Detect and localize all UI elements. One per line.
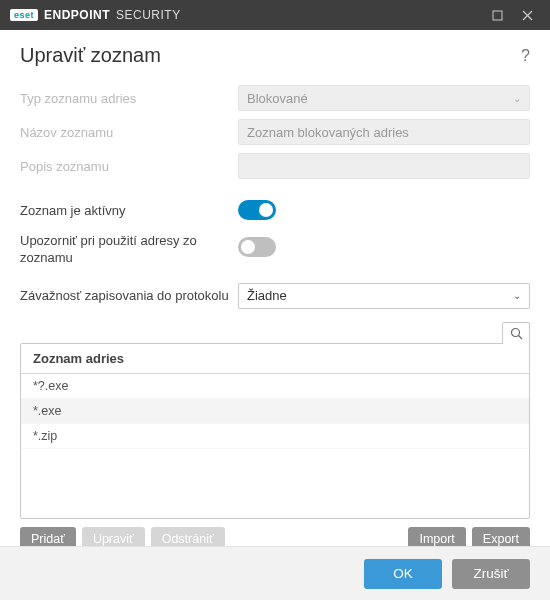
brand: eset ENDPOINT SECURITY [10, 8, 181, 22]
chevron-down-icon: ⌄ [513, 290, 521, 301]
severity-value: Žiadne [247, 288, 287, 303]
svg-rect-0 [493, 11, 502, 20]
brand-product-strong: ENDPOINT [44, 8, 110, 22]
maximize-icon [492, 10, 503, 21]
table-row[interactable]: *.exe [21, 399, 529, 424]
table-row[interactable]: *.zip [21, 424, 529, 449]
list-name-input: Zoznam blokovaných adries [238, 119, 530, 145]
svg-line-4 [518, 335, 522, 339]
ok-button[interactable]: OK [364, 559, 442, 589]
window-close-button[interactable] [512, 0, 542, 30]
table-header: Zoznam adries [21, 344, 529, 374]
list-name-value: Zoznam blokovaných adries [247, 125, 409, 140]
list-desc-input [238, 153, 530, 179]
list-name-label: Názov zoznamu [20, 125, 238, 140]
list-type-label: Typ zoznamu adries [20, 91, 238, 106]
list-desc-label: Popis zoznamu [20, 159, 238, 174]
search-icon [510, 327, 523, 340]
brand-product-light: SECURITY [116, 8, 181, 22]
table-row[interactable]: *?.exe [21, 374, 529, 399]
notify-label: Upozorniť pri použití adresy zo zoznamu [20, 233, 238, 267]
list-type-value: Blokované [247, 91, 308, 106]
help-button[interactable]: ? [521, 47, 530, 65]
notify-toggle[interactable] [238, 237, 276, 257]
window-maximize-button[interactable] [482, 0, 512, 30]
close-icon [522, 10, 533, 21]
cancel-button[interactable]: Zrušiť [452, 559, 530, 589]
active-label: Zoznam je aktívny [20, 203, 238, 218]
address-table[interactable]: Zoznam adries *?.exe *.exe *.zip [20, 343, 530, 519]
titlebar: eset ENDPOINT SECURITY [0, 0, 550, 30]
search-button[interactable] [502, 322, 530, 344]
page-title: Upraviť zoznam [20, 44, 521, 67]
brand-logo: eset [10, 9, 38, 21]
svg-point-3 [511, 328, 519, 336]
active-toggle[interactable] [238, 200, 276, 220]
chevron-down-icon: ⌄ [513, 93, 521, 104]
list-type-select: Blokované ⌄ [238, 85, 530, 111]
severity-label: Závažnosť zapisovania do protokolu [20, 288, 238, 303]
footer: OK Zrušiť [0, 546, 550, 600]
severity-select[interactable]: Žiadne ⌄ [238, 283, 530, 309]
